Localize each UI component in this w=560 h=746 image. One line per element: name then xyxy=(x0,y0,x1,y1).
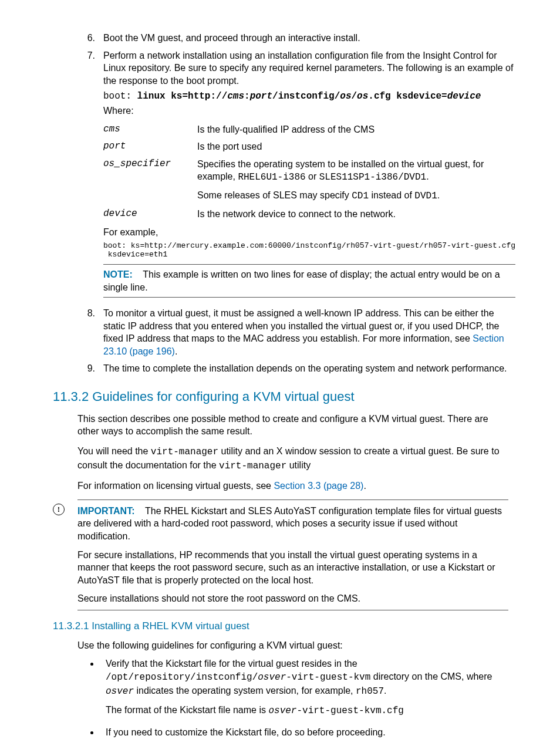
text: indicates the operating system version, … xyxy=(134,686,356,696)
text: Some releases of SLES may specify xyxy=(197,190,352,200)
subsection-heading: 11.3.2.1 Installing a RHEL KVM virtual g… xyxy=(53,620,508,633)
boot-command: boot: linux ks=http://cms:port/instconfi… xyxy=(103,90,515,103)
section-para: This section describes one possible meth… xyxy=(77,413,508,438)
where-label: Where: xyxy=(103,104,515,117)
cmd-var: cms xyxy=(227,91,244,102)
text: utility xyxy=(286,460,311,470)
cmd-part: linux ks=http:// xyxy=(137,91,228,102)
text: The format of the Kickstart file name is xyxy=(106,705,268,715)
important-box: ! IMPORTANT: The RHEL Kickstart and SLES… xyxy=(77,499,508,610)
step-intro: Perform a network installation using an … xyxy=(103,49,515,87)
def-row-cms: cms Is the fully-qualified IP address of… xyxy=(103,121,515,139)
bullet-item: Verify that the Kickstart file for the v… xyxy=(100,657,508,717)
code: -virt-guest-kvm xyxy=(286,672,370,683)
def-term: device xyxy=(103,205,197,223)
step-text: Boot the VM guest, and proceed through a… xyxy=(103,32,508,45)
step-text: To monitor a virtual guest, it must be a… xyxy=(103,307,508,357)
code-var: osver xyxy=(258,672,286,683)
code: CD1 xyxy=(352,191,369,201)
text: or xyxy=(306,171,319,181)
def-desc-line2: Some releases of SLES may specify CD1 in… xyxy=(197,189,510,203)
def-desc: Is the port used xyxy=(197,138,515,156)
important-icon: ! xyxy=(53,504,65,515)
text: directory on the CMS, where xyxy=(370,671,492,681)
text: . xyxy=(363,481,366,491)
code: virt-manager xyxy=(151,447,218,457)
step-content: Perform a network installation using an … xyxy=(103,49,515,303)
important-label: IMPORTANT: xyxy=(77,506,134,516)
text: To monitor a virtual guest, it must be a… xyxy=(103,308,499,343)
text: . xyxy=(426,171,429,181)
section-para: You will need the virt-manager utility a… xyxy=(77,445,508,472)
definition-table: cms Is the fully-qualified IP address of… xyxy=(103,121,515,223)
code: -virt-guest-kvm.cfg xyxy=(296,706,403,716)
def-row-os: os_specifier Specifies the operating sys… xyxy=(103,156,515,205)
text: instead of xyxy=(369,190,414,200)
cmd-part: .cfg ksdevice= xyxy=(368,91,447,102)
step-number: 9. xyxy=(52,362,103,375)
step-number: 8. xyxy=(52,307,103,357)
ordered-steps: 6. Boot the VM guest, and proceed throug… xyxy=(52,32,508,375)
important-para: Secure installations should not store th… xyxy=(77,592,508,605)
def-desc: Specifies the operating system to be ins… xyxy=(197,156,515,205)
code-var: osver xyxy=(268,706,296,716)
for-example-label: For example, xyxy=(103,226,515,239)
text: . xyxy=(175,346,177,356)
code: virt-manager xyxy=(219,461,286,471)
text: The RHEL Kickstart and SLES AutoYaST con… xyxy=(77,506,502,541)
section-1132: 11.3.2 Guidelines for configuring a KVM … xyxy=(77,388,508,746)
cmd-part: /instconfig/ xyxy=(272,91,340,102)
note-box: NOTE: This example is written on two lin… xyxy=(103,264,515,298)
code: /opt/repository/instconfig/ xyxy=(106,672,258,683)
cmd-var: device xyxy=(447,91,481,102)
def-row-device: device Is the network device to connect … xyxy=(103,205,515,223)
example-code: boot: ks=http://mercury.example.com:6000… xyxy=(103,241,515,259)
note-text: This example is written on two lines for… xyxy=(103,269,500,292)
def-desc: Is the fully-qualified IP address of the… xyxy=(197,121,515,139)
def-term: port xyxy=(103,138,197,156)
step-9: 9. The time to complete the installation… xyxy=(52,362,508,375)
cmd-part: : xyxy=(244,91,250,102)
step-7: 7. Perform a network installation using … xyxy=(52,49,508,303)
text: You will need the xyxy=(77,446,151,456)
section-para: For information on licensing virtual gue… xyxy=(77,480,508,492)
important-para: For secure installations, HP recommends … xyxy=(77,549,508,587)
text: . xyxy=(384,686,386,696)
def-row-port: port Is the port used xyxy=(103,138,515,156)
def-term: os_specifier xyxy=(103,156,197,205)
text: Verify that the Kickstart file for the v… xyxy=(106,659,357,669)
code: rh057 xyxy=(356,686,384,697)
text: . xyxy=(437,190,440,200)
note-label: NOTE: xyxy=(103,269,133,279)
cmd-var: port xyxy=(250,91,272,102)
bullet-item: If you need to customize the Kickstart f… xyxy=(100,726,508,739)
code: DVD1 xyxy=(414,191,437,201)
cmd-var: os xyxy=(357,91,368,102)
def-term: cms xyxy=(103,121,197,139)
step-6: 6. Boot the VM guest, and proceed throug… xyxy=(52,32,508,45)
section-heading: 11.3.2 Guidelines for configuring a KVM … xyxy=(53,388,508,406)
cmd-part: / xyxy=(351,91,357,102)
cmd-var: os xyxy=(340,91,351,102)
def-desc: Is the network device to connect to the … xyxy=(197,205,515,223)
important-para: IMPORTANT: The RHEL Kickstart and SLES A… xyxy=(77,505,508,543)
subsection-intro: Use the following guidelines for configu… xyxy=(77,639,508,652)
bullet-line2: The format of the Kickstart file name is… xyxy=(106,704,508,718)
step-8: 8. To monitor a virtual guest, it must b… xyxy=(52,307,508,357)
cmd-prefix: boot: xyxy=(103,91,137,102)
code: SLES11SP1-i386/DVD1 xyxy=(319,172,426,183)
section-link[interactable]: Section 3.3 (page 28) xyxy=(274,481,363,491)
text: For information on licensing virtual gue… xyxy=(77,481,274,491)
code-var: osver xyxy=(106,686,134,697)
step-number: 7. xyxy=(52,49,103,303)
step-number: 6. xyxy=(52,32,103,45)
bullet-list: Verify that the Kickstart file for the v… xyxy=(89,657,508,746)
step-text: The time to complete the installation de… xyxy=(103,362,508,375)
code: RHEL6U1-i386 xyxy=(238,172,305,183)
